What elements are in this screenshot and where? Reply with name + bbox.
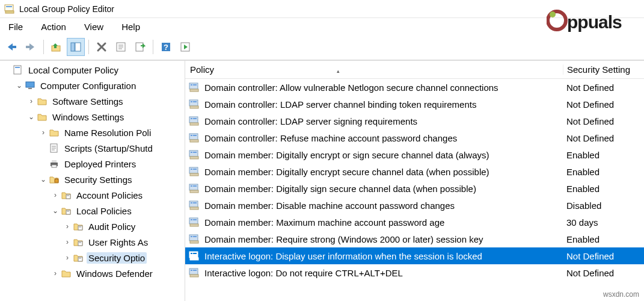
- properties-button[interactable]: [112, 38, 130, 56]
- up-level-button[interactable]: [48, 38, 66, 56]
- tree-item-label: Windows Defender: [75, 268, 155, 279]
- svg-rect-26: [52, 165, 57, 167]
- policy-item-icon: [188, 148, 201, 161]
- tree-item[interactable]: ›Deployed Printers: [0, 156, 185, 172]
- policy-item-icon: [188, 98, 201, 111]
- show-hide-tree-button[interactable]: [67, 38, 85, 56]
- nav-back-button[interactable]: [2, 38, 20, 56]
- list-item[interactable]: Domain member: Digitally encrypt or sign…: [185, 146, 644, 163]
- tree-item-label: Windows Settings: [51, 111, 126, 123]
- tree-item[interactable]: ⌄Windows Settings: [0, 109, 185, 125]
- tree-item[interactable]: ⌄Security Settings: [0, 172, 185, 187]
- chevron-right-icon[interactable]: ›: [63, 222, 72, 231]
- chevron-right-icon[interactable]: ›: [51, 191, 60, 199]
- chevron-right-icon[interactable]: ›: [38, 128, 48, 137]
- list-item[interactable]: Interactive logon: Display user informat…: [185, 247, 644, 264]
- svg-rect-7: [75, 43, 81, 51]
- policy-name: Domain controller: Refuse machine accoun…: [204, 133, 563, 143]
- list-item[interactable]: Domain member: Digitally encrypt secure …: [185, 163, 644, 180]
- list-header: Policy ▴ Security Setting: [185, 61, 644, 79]
- tree-item[interactable]: ›User Rights As: [0, 234, 185, 250]
- tree-item[interactable]: ›Windows Defender: [0, 265, 185, 281]
- policy-icon: [60, 189, 72, 201]
- policy-setting: Not Defined: [563, 116, 644, 126]
- chevron-down-icon[interactable]: ⌄: [26, 113, 36, 121]
- menu-file[interactable]: File: [6, 20, 25, 33]
- tree-item-label: Software Settings: [51, 96, 125, 107]
- svg-rect-19: [28, 88, 32, 89]
- tree-item[interactable]: ›Name Resolution Poli: [0, 125, 185, 140]
- policy-setting: Disabled: [563, 200, 644, 211]
- policy-item-icon: [188, 199, 201, 212]
- svg-text:?: ?: [164, 43, 168, 52]
- chevron-down-icon[interactable]: ⌄: [14, 81, 24, 90]
- svg-rect-58: [189, 167, 198, 173]
- chevron-right-icon[interactable]: ›: [51, 269, 60, 278]
- folder-icon: [36, 111, 48, 123]
- list-item[interactable]: Domain member: Digitally sign secure cha…: [185, 180, 644, 197]
- svg-point-87: [550, 11, 556, 17]
- svg-rect-36: [78, 257, 82, 261]
- svg-rect-80: [191, 253, 192, 254]
- column-header-policy[interactable]: Policy ▴: [185, 64, 563, 75]
- tree-item[interactable]: ›Scripts (Startup/Shutd: [0, 140, 185, 156]
- svg-rect-62: [189, 184, 198, 190]
- nav-forward-button[interactable]: [22, 38, 40, 56]
- policy-icon: [72, 220, 84, 232]
- svg-rect-6: [71, 43, 75, 51]
- help-button[interactable]: ?: [157, 38, 175, 56]
- app-icon: [4, 3, 16, 15]
- menu-view[interactable]: View: [82, 20, 106, 33]
- svg-rect-57: [193, 152, 197, 153]
- policy-item-icon: [188, 216, 201, 229]
- tree-item[interactable]: ⌄Local Policies: [0, 203, 185, 219]
- chevron-right-icon[interactable]: ›: [63, 253, 72, 262]
- svg-rect-72: [191, 219, 192, 220]
- policy-name: Domain member: Digitally encrypt or sign…: [204, 150, 563, 160]
- chevron-down-icon[interactable]: ⌄: [38, 175, 48, 184]
- svg-rect-54: [189, 150, 198, 157]
- policy-setting: Enabled: [563, 167, 644, 177]
- list-item[interactable]: Domain member: Require strong (Windows 2…: [185, 231, 644, 247]
- policy-item-icon: [188, 165, 201, 178]
- svg-rect-28: [66, 194, 70, 199]
- tree-item[interactable]: ›Account Policies: [0, 187, 185, 203]
- policy-name: Domain controller: LDAP server channel b…: [204, 99, 563, 110]
- tree-item[interactable]: ›Local Computer Policy: [0, 62, 185, 78]
- svg-rect-61: [193, 169, 197, 170]
- column-header-setting[interactable]: Security Setting: [563, 64, 644, 75]
- list-item[interactable]: Domain controller: LDAP server channel b…: [185, 96, 644, 113]
- menu-help[interactable]: Help: [119, 20, 143, 33]
- tree-item[interactable]: ⌄Computer Configuration: [0, 78, 185, 93]
- list-item[interactable]: Domain member: Disable machine account p…: [185, 197, 644, 214]
- svg-rect-44: [191, 101, 192, 102]
- svg-rect-17: [15, 67, 20, 68]
- tree-item[interactable]: ›Security Optio: [0, 250, 185, 265]
- tree-item[interactable]: ›Software Settings: [0, 93, 185, 109]
- chevron-right-icon[interactable]: ›: [63, 238, 72, 246]
- list-item[interactable]: Interactive logon: Do not require CTRL+A…: [185, 264, 644, 281]
- export-list-button[interactable]: [131, 38, 149, 56]
- tree-item[interactable]: ›Audit Policy: [0, 219, 185, 234]
- policy-setting: Not Defined: [563, 251, 644, 261]
- list-item[interactable]: Domain controller: Refuse machine accoun…: [185, 129, 644, 146]
- list-rows[interactable]: Domain controller: Allow vulnerable Netl…: [185, 79, 644, 301]
- tree-pane[interactable]: ›Local Computer Policy⌄Computer Configur…: [0, 61, 185, 301]
- list-item[interactable]: Domain controller: Allow vulnerable Netl…: [185, 79, 644, 96]
- policy-name: Domain member: Require strong (Windows 2…: [204, 234, 563, 244]
- policy-name: Domain member: Digitally sign secure cha…: [204, 184, 563, 194]
- svg-rect-63: [190, 190, 198, 193]
- chevron-right-icon[interactable]: ›: [26, 97, 36, 105]
- script-icon: [48, 142, 60, 154]
- svg-rect-3: [11, 46, 16, 48]
- policy-item-icon: [188, 182, 201, 195]
- tree-item-label: Account Policies: [75, 190, 144, 201]
- list-item[interactable]: Domain member: Maximum machine account p…: [185, 214, 644, 231]
- filter-button[interactable]: [176, 38, 194, 56]
- menu-action[interactable]: Action: [38, 20, 69, 33]
- chevron-down-icon[interactable]: ⌄: [51, 206, 60, 215]
- delete-button[interactable]: [93, 38, 111, 56]
- list-item[interactable]: Domain controller: LDAP server signing r…: [185, 113, 644, 129]
- svg-rect-50: [189, 134, 198, 140]
- footer-watermark: wsxdn.com: [603, 290, 639, 299]
